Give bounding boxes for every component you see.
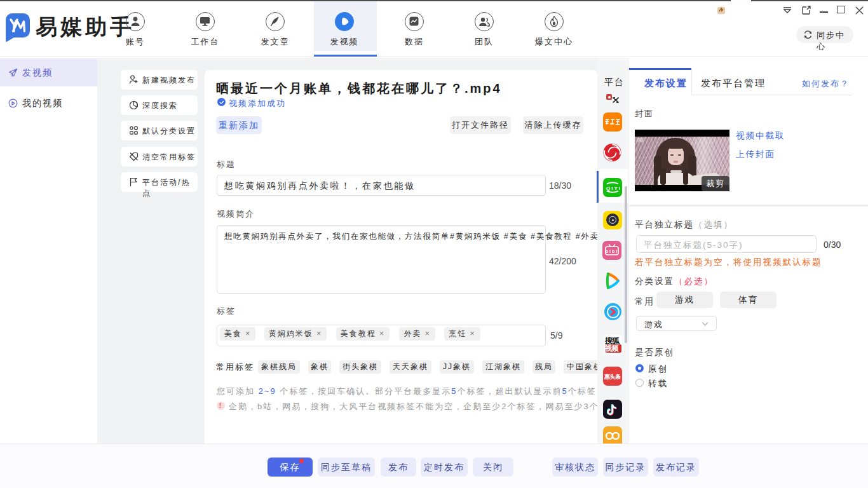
svg-text:blbl: blbl: [606, 249, 618, 254]
svg-text:iQIYI: iQIYI: [605, 186, 620, 191]
